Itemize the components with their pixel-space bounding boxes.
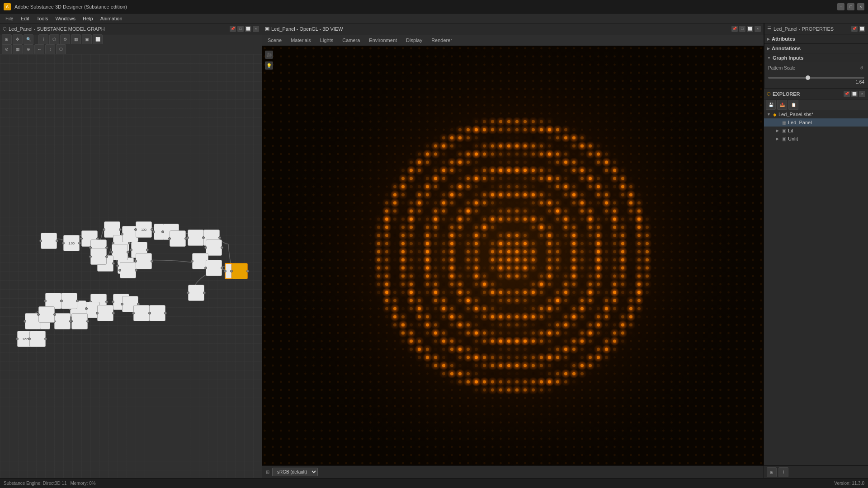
node-n11[interactable] (170, 230, 186, 247)
tool-align-h[interactable]: ▦ (71, 34, 81, 44)
view-pin-button[interactable]: 📌 (731, 26, 738, 32)
port-left-n7[interactable] (121, 233, 123, 235)
node-n1[interactable] (41, 233, 57, 249)
tool-align-v[interactable]: ▣ (82, 34, 92, 44)
nav-lights[interactable]: Lights (318, 37, 335, 44)
tool-move[interactable]: ✥ (13, 34, 23, 44)
view-float-button[interactable]: □ (739, 26, 745, 32)
graph-inputs-section-header[interactable]: ▼ Graph Inputs (764, 53, 868, 62)
port-right-n13[interactable] (218, 236, 221, 239)
port-right-n29[interactable] (105, 300, 108, 303)
nav-scene[interactable]: Scene (266, 37, 283, 44)
tool-add[interactable]: ⊙ (2, 44, 12, 54)
close-button[interactable]: × (857, 3, 864, 10)
node-n24[interactable] (90, 249, 107, 265)
explorer-export-btn[interactable]: 📤 (777, 100, 787, 110)
pattern-scale-reset[interactable]: ↺ (858, 65, 864, 71)
viewport-3d[interactable]: 🎥 💡 (262, 46, 764, 465)
explorer-bottom-btn2[interactable]: i (778, 467, 788, 477)
port-left-n34[interactable] (96, 312, 99, 314)
port-left-n33[interactable] (44, 300, 47, 302)
port-left-n9[interactable] (152, 230, 155, 233)
port-right-n39[interactable] (53, 313, 56, 316)
tool-settings[interactable]: ⚙ (60, 34, 70, 44)
port-left-n11[interactable] (168, 237, 171, 240)
menu-windows[interactable]: Windows (52, 15, 79, 22)
node-n8[interactable]: 100 (136, 221, 152, 238)
port-left-n10[interactable] (161, 230, 164, 233)
port-left-n22[interactable] (110, 251, 113, 253)
port-right-n36[interactable] (69, 320, 72, 323)
tool-expand-v[interactable]: ↕ (45, 44, 55, 54)
nav-renderer[interactable]: Renderer (429, 37, 454, 44)
nav-display[interactable]: Display (404, 37, 424, 44)
port-right-n2[interactable] (78, 242, 81, 244)
port-right-n34[interactable] (112, 312, 115, 314)
node-n20[interactable] (206, 260, 222, 276)
port-left-n21[interactable] (116, 264, 119, 267)
nav-camera[interactable]: Camera (340, 37, 362, 44)
node-n26[interactable] (120, 262, 136, 278)
port-left-n13[interactable] (202, 236, 205, 239)
port-right-n33[interactable] (60, 300, 63, 302)
menu-help[interactable]: Help (79, 15, 97, 22)
port-left-n39[interactable] (37, 313, 40, 316)
explorer-save-btn[interactable]: 💾 (766, 100, 776, 110)
props-maximize-button[interactable]: ⬜ (859, 26, 865, 32)
port-left-n42[interactable] (16, 338, 19, 340)
node-n16[interactable] (231, 263, 248, 279)
explorer-copy-btn[interactable]: 📋 (788, 100, 798, 110)
port-left-n3[interactable] (80, 237, 83, 240)
color-profile-select[interactable]: sRGB (default) Linear (272, 468, 318, 476)
tree-item-unlit[interactable]: ▶ ▣ Unlit (764, 135, 868, 143)
tool-link[interactable]: ⬡ (56, 44, 66, 54)
pattern-scale-slider[interactable] (768, 77, 864, 79)
port-left-n2[interactable] (62, 242, 65, 244)
menu-edit[interactable]: Edit (17, 15, 33, 22)
graph-close-button[interactable]: × (253, 26, 259, 32)
port-right-n40[interactable] (164, 312, 167, 314)
port-right-n1[interactable] (56, 239, 58, 242)
view-close-button[interactable]: × (755, 26, 761, 32)
graph-canvas[interactable]: 1.00100sZZ (0, 54, 262, 478)
port-left-n16[interactable] (230, 270, 233, 272)
port-right-n16[interactable] (246, 270, 249, 272)
port-left-n8[interactable] (134, 228, 137, 231)
port-left-n25[interactable] (187, 291, 189, 294)
node-n2[interactable]: 1.00 (63, 235, 80, 251)
port-left-n17[interactable] (130, 249, 132, 251)
explorer-maximize-button[interactable]: ⬜ (851, 91, 858, 97)
menu-tools[interactable]: Tools (33, 15, 52, 22)
tool-sep[interactable]: ⊕ (24, 44, 33, 54)
node-n18[interactable] (136, 253, 152, 269)
minimize-button[interactable]: − (837, 3, 844, 10)
port-left-n24[interactable] (89, 255, 92, 258)
graph-maximize-button[interactable]: ⬜ (245, 26, 251, 32)
nav-environment[interactable]: Environment (367, 37, 399, 44)
port-left-n26[interactable] (118, 269, 121, 272)
port-right-n14[interactable] (221, 246, 223, 249)
node-n32[interactable] (61, 293, 77, 309)
explorer-pin-button[interactable]: 📌 (844, 91, 850, 97)
maximize-button[interactable]: □ (847, 3, 854, 10)
port-left-n15[interactable] (224, 270, 226, 272)
node-n40[interactable] (149, 305, 165, 321)
port-right-n43[interactable] (44, 338, 47, 340)
port-right-n24[interactable] (105, 255, 108, 258)
port-left-n12[interactable] (186, 236, 189, 239)
port-right-n17[interactable] (146, 249, 149, 251)
tool-info[interactable]: i (38, 34, 48, 44)
port-left-n28[interactable] (121, 303, 123, 305)
port-right-n5[interactable] (119, 228, 122, 231)
explorer-close-button[interactable]: × (859, 91, 865, 97)
view-maximize-button[interactable]: ⬜ (747, 26, 753, 32)
node-n12[interactable] (188, 230, 204, 246)
tree-item-led-panel-sbs[interactable]: ▼ ◆ Led_Panel.sbs* (764, 110, 868, 118)
graph-pin-button[interactable]: 📌 (230, 26, 236, 32)
port-right-n25[interactable] (203, 291, 206, 294)
tool-zoom[interactable]: 🔍 (24, 34, 33, 44)
node-n34[interactable] (97, 305, 113, 321)
port-right-n22[interactable] (127, 251, 129, 253)
port-right-n26[interactable] (135, 269, 137, 272)
props-pin-button[interactable]: 📌 (851, 26, 858, 32)
